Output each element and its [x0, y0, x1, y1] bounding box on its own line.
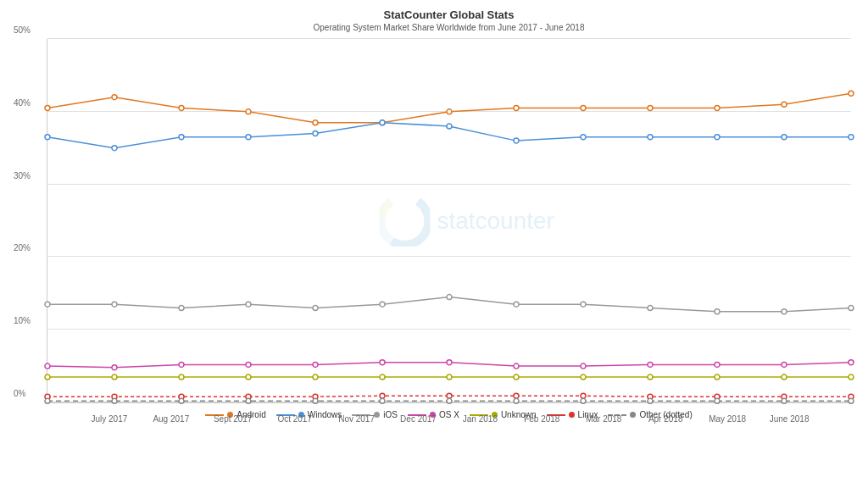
svg-point-91 [715, 398, 720, 403]
svg-point-89 [581, 398, 586, 403]
svg-point-74 [447, 393, 452, 398]
svg-point-16 [45, 135, 50, 140]
y-label-20: 20% [14, 243, 31, 252]
chart-subtitle: Operating System Market Share Worldwide … [47, 23, 851, 32]
svg-point-90 [648, 398, 653, 403]
svg-point-15 [849, 91, 854, 96]
svg-point-27 [782, 135, 787, 140]
y-label-50: 50% [14, 25, 31, 35]
svg-point-62 [514, 374, 519, 380]
svg-point-65 [715, 374, 720, 380]
svg-point-52 [715, 362, 720, 367]
svg-point-45 [246, 362, 251, 367]
svg-point-86 [380, 398, 385, 403]
svg-point-17 [112, 146, 117, 151]
legend-osx-label: OS X [439, 410, 459, 419]
svg-point-61 [447, 374, 452, 380]
svg-point-41 [849, 305, 854, 310]
svg-point-59 [313, 374, 318, 380]
x-label-may2018: May 2018 [709, 414, 746, 424]
y-label-30: 30% [14, 170, 31, 180]
chart-area: statcounter 0% 10% 20% 30% 40% 50% July … [47, 39, 851, 403]
svg-point-54 [849, 360, 854, 365]
y-label-0: 0% [14, 389, 25, 398]
chart-svg [47, 39, 851, 402]
y-label-10: 10% [14, 316, 31, 325]
svg-point-13 [715, 106, 720, 111]
x-label-nov2017: Nov 2017 [338, 414, 375, 424]
svg-point-23 [514, 138, 519, 143]
x-label-feb2018: Feb 2018 [524, 414, 559, 424]
svg-point-30 [112, 302, 117, 307]
svg-point-64 [648, 374, 653, 380]
svg-point-20 [313, 131, 318, 136]
svg-point-58 [246, 374, 251, 380]
svg-point-14 [782, 102, 787, 107]
svg-point-93 [849, 398, 854, 403]
svg-point-7 [313, 120, 318, 125]
svg-point-42 [45, 363, 50, 369]
x-label-mar2018: Mar 2018 [586, 414, 621, 424]
svg-point-57 [179, 374, 184, 380]
svg-point-5 [179, 106, 184, 111]
x-label-aug2017: Aug 2017 [153, 414, 189, 424]
legend-ios-label: iOS [383, 410, 398, 419]
svg-point-50 [581, 363, 586, 369]
svg-point-10 [514, 106, 519, 111]
svg-point-24 [581, 135, 586, 140]
svg-point-85 [313, 398, 318, 403]
svg-point-55 [45, 374, 50, 380]
svg-point-43 [112, 365, 117, 370]
svg-point-9 [447, 109, 452, 114]
svg-point-26 [715, 135, 720, 140]
svg-point-40 [782, 309, 787, 314]
svg-point-63 [581, 374, 586, 380]
x-label-oct2017: Oct 2017 [277, 414, 312, 424]
svg-point-82 [112, 398, 117, 403]
svg-point-66 [782, 374, 787, 380]
legend-windows-label: Windows [308, 410, 342, 419]
svg-point-47 [380, 360, 385, 365]
svg-point-6 [246, 109, 251, 114]
svg-point-44 [179, 362, 184, 367]
svg-point-81 [45, 398, 50, 403]
svg-point-53 [782, 362, 787, 367]
svg-point-18 [179, 135, 184, 140]
svg-point-29 [45, 302, 50, 307]
x-label-apr2018: Apr 2018 [648, 414, 683, 424]
chart-title: StatCounter Global Stats [47, 8, 851, 21]
svg-point-60 [380, 374, 385, 380]
x-label-dec2017: Dec 2017 [400, 414, 437, 424]
svg-point-28 [849, 135, 854, 140]
svg-point-3 [45, 106, 50, 111]
svg-point-83 [179, 398, 184, 403]
svg-point-19 [246, 135, 251, 140]
svg-point-87 [447, 398, 452, 403]
svg-point-75 [514, 393, 519, 398]
chart-container: StatCounter Global Stats Operating Syste… [0, 0, 868, 488]
svg-point-21 [380, 120, 385, 125]
svg-point-32 [246, 302, 251, 307]
svg-point-84 [246, 398, 251, 403]
svg-point-33 [313, 305, 318, 310]
svg-point-31 [179, 305, 184, 310]
svg-point-92 [782, 398, 787, 403]
svg-point-4 [112, 95, 117, 100]
svg-point-46 [313, 362, 318, 367]
svg-point-56 [112, 374, 117, 380]
svg-point-11 [581, 106, 586, 111]
x-label-sep2017: Sept 2017 [214, 414, 253, 424]
svg-point-34 [380, 302, 385, 307]
svg-point-88 [514, 398, 519, 403]
svg-point-25 [648, 135, 653, 140]
svg-point-12 [648, 106, 653, 111]
svg-point-48 [447, 360, 452, 365]
svg-point-39 [715, 309, 720, 314]
svg-point-36 [514, 302, 519, 307]
x-label-jun2018: June 2018 [770, 414, 810, 424]
svg-point-37 [581, 302, 586, 307]
svg-point-67 [849, 374, 854, 380]
y-label-40: 40% [14, 97, 31, 107]
svg-point-35 [447, 295, 452, 300]
svg-point-76 [581, 393, 586, 398]
